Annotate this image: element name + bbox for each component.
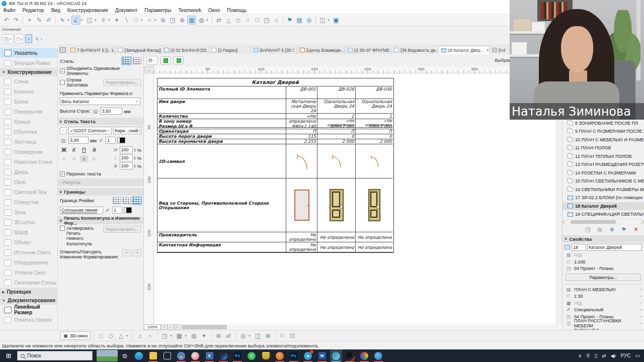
properties-section-header[interactable]: ∨Свойства xyxy=(562,235,644,243)
horizontal-scrollbar[interactable] xyxy=(181,324,562,330)
app-chrome[interactable] xyxy=(175,349,187,362)
menu-teamwork[interactable]: Teamwork xyxy=(179,8,202,13)
tab-close-icon[interactable]: × xyxy=(487,48,489,53)
app-whatsapp[interactable]: ✆ xyxy=(246,349,258,362)
flag-list-icon[interactable]: ▤ xyxy=(295,16,304,25)
scroll-left-icon[interactable]: ‹ xyxy=(562,220,565,224)
tool-corner-window[interactable]: Угловое Окно xyxy=(0,267,57,278)
start-button[interactable]: ⊞ xyxy=(0,349,17,362)
nav-item-10[interactable]: 10 ПЛАН С МЕБЕЛЬЮ И РАЗМЕР xyxy=(562,136,644,144)
taskbar-search[interactable]: Поиск xyxy=(17,351,93,360)
menu-window[interactable]: Окно xyxy=(208,8,220,13)
vertical-ruler[interactable]: 50 100 150 200 xyxy=(144,73,154,324)
element-snap-icon[interactable]: ▦ xyxy=(187,16,196,25)
guide-line-icon[interactable]: ∖ xyxy=(122,16,131,25)
app-bluestacks[interactable] xyxy=(372,349,384,362)
script-select[interactable]: Кири...ский∨ xyxy=(113,127,141,134)
tool-opening[interactable]: Отверстие xyxy=(0,197,57,207)
tool-morph[interactable]: Морф xyxy=(0,227,57,237)
view-dropdown-icon[interactable]: ▾ xyxy=(328,18,331,22)
filter-dropdown-icon[interactable]: ▾ xyxy=(185,334,188,338)
tool-stair[interactable]: Лестница xyxy=(0,137,57,147)
bold-button[interactable]: Ж xyxy=(60,146,68,153)
door-catalog-table[interactable]: Каталог Дверей Полный ID Элемента ДВ-001… xyxy=(157,78,394,253)
tool-railing[interactable]: Ограждение xyxy=(0,147,57,157)
tool-skylight[interactable]: Световой Люк xyxy=(0,187,57,197)
3d-window-button[interactable]: ▣3D-окно xyxy=(60,331,91,340)
cursor-button[interactable]: ⇖› xyxy=(33,34,44,43)
magic-wand-icon[interactable]: ✦ xyxy=(112,16,121,25)
cell[interactable]: 2 000 xyxy=(356,139,393,144)
gravity-icon[interactable]: ◫ xyxy=(85,16,94,25)
previous-zoom-button[interactable]: ‹ xyxy=(174,324,181,330)
tray-notification-icon[interactable]: ▭ xyxy=(635,353,640,358)
borders-section[interactable]: ∨Границы xyxy=(58,188,143,196)
tab-door-list[interactable]: [39 Ведомость дв... xyxy=(391,46,438,54)
orbit-button[interactable]: ○ xyxy=(25,34,32,43)
feedback-icon[interactable]: ⚐ xyxy=(278,331,287,340)
tool-curtain-wall[interactable]: Навесная Стена xyxy=(0,157,57,167)
nav-item-16[interactable]: 16 СВЕТИЛЬНИКИ РАЗМЕРЫ МО xyxy=(562,186,644,194)
app-obs[interactable] xyxy=(344,349,356,362)
navigator-h-scrollbar[interactable]: ‹› xyxy=(562,220,644,224)
select-mode-button[interactable] xyxy=(174,56,184,64)
pen-color-swatch[interactable] xyxy=(117,137,125,143)
app-telegram[interactable]: ➤ xyxy=(302,349,314,362)
fit-in-window-button[interactable]: ↔ xyxy=(168,324,174,330)
nav-item-15[interactable]: 15 ПЛАН СВЕТИЛЬНИКОВ С МЕБ xyxy=(562,177,644,186)
cell[interactable]: Не определено xyxy=(317,242,356,252)
cell[interactable]: 2 000 xyxy=(317,139,356,144)
tool-zone[interactable]: Зона xyxy=(0,207,57,217)
sun-icon[interactable]: ✦ xyxy=(199,331,208,340)
door-swing-symbol-2[interactable] xyxy=(317,144,356,178)
suspend-groups-icon[interactable]: ⊗ xyxy=(178,16,187,25)
cell[interactable]: ДВ-028 xyxy=(317,86,356,99)
camera-path-icon[interactable]: ⇄ xyxy=(224,331,233,340)
font-select[interactable]: ✓GOST Common∨ xyxy=(68,127,112,134)
prop-detail-na1[interactable]: ▦Н/Д› xyxy=(562,300,644,307)
stretch-icon[interactable]: ◳ xyxy=(262,16,271,25)
tab-overview-icon[interactable] xyxy=(59,47,66,53)
scroll-right-icon[interactable]: › xyxy=(642,220,644,224)
door-elevation-3[interactable] xyxy=(356,178,393,232)
redo-format-button[interactable]: ↷ xyxy=(132,249,141,256)
home-icon[interactable]: ⌂ xyxy=(272,16,281,25)
footer-checkbox[interactable] xyxy=(60,226,65,231)
tab-layout-a4[interactable]: [А4 xyxy=(490,46,511,54)
modify-dropdown-icon[interactable]: ▾ xyxy=(206,18,210,22)
tool-door[interactable]: Дверь xyxy=(0,167,57,177)
line-type-select[interactable]: Сплошная линия› xyxy=(60,207,103,214)
cell[interactable]: Однопольная Дверь 24 xyxy=(317,99,356,114)
delete-icon[interactable]: ✕ xyxy=(632,226,640,234)
layers-dropdown-icon[interactable]: ▾ xyxy=(170,334,174,338)
edit-header-button[interactable]: Редактировать... xyxy=(103,79,141,86)
app-comet[interactable] xyxy=(217,349,229,362)
tool-shell[interactable]: Оболочка xyxy=(0,127,57,137)
footer-edit-button[interactable]: Редактировать... xyxy=(103,226,141,233)
cell[interactable]: Металличе ская Дверь 24 xyxy=(286,99,317,114)
border-horizontal-icon[interactable] xyxy=(123,197,131,204)
lock-icon[interactable]: ○ xyxy=(145,16,154,25)
tab-section2[interactable]: [2 Разрез] xyxy=(209,46,251,54)
marquee-mode-button[interactable]: ◳› xyxy=(2,34,14,43)
tool-slab[interactable]: Перекрытие xyxy=(0,107,57,117)
door-elevation-2[interactable] xyxy=(317,178,356,232)
tray-language[interactable]: РУС xyxy=(621,353,631,358)
undo-format-button[interactable]: ↶ xyxy=(122,249,131,256)
favorite-star-icon[interactable]: ☆ xyxy=(60,127,67,134)
undo-icon[interactable]: ↶ xyxy=(2,16,11,25)
save-view-icon[interactable]: ◎ xyxy=(596,226,604,234)
cell[interactable]: Не определено xyxy=(317,232,356,242)
arrow-tool-icon[interactable]: ⇖ xyxy=(58,16,67,25)
prop-detail-layers[interactable]: ▤ПЛАН С МЕБЕЛЬЮ› xyxy=(562,286,644,293)
layers-quick-icon[interactable]: ◳ xyxy=(160,331,169,340)
app-orange[interactable] xyxy=(274,349,286,362)
tray-device-icon[interactable]: ▯ xyxy=(595,353,598,358)
scroll-thumb[interactable] xyxy=(182,325,227,329)
resize-icon[interactable]: □ xyxy=(253,16,262,25)
nav-item-11[interactable]: 11 ПЛАН ПОЛОВ xyxy=(562,144,644,152)
nav-item-19[interactable]: 19 СПЕЦИФИКАЦИЯ СВЕТИЛЬНИ xyxy=(562,210,644,219)
italic-button[interactable]: К xyxy=(70,146,78,153)
tool-window[interactable]: Окно xyxy=(0,177,57,187)
toolbox-section-design[interactable]: ▼Конструирование xyxy=(0,68,57,76)
